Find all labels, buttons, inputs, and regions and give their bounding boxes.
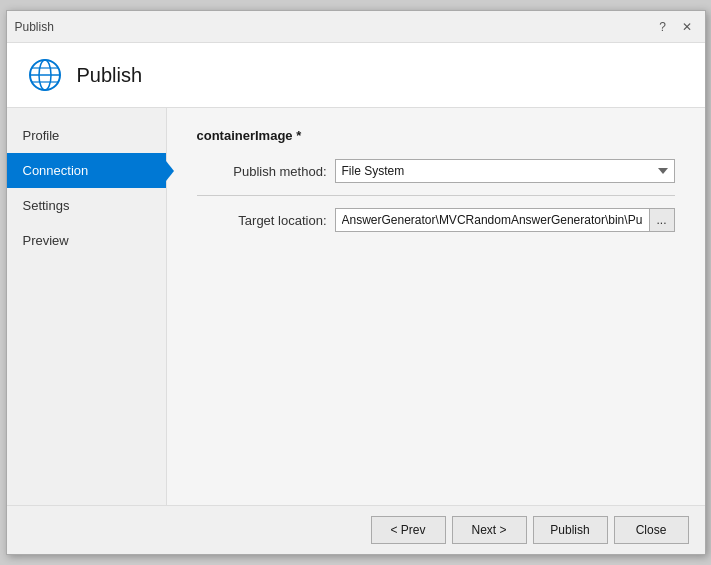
title-bar-text: Publish [15,20,653,34]
footer: < Prev Next > Publish Close [7,505,705,554]
publish-method-label: Publish method: [197,164,327,179]
publish-method-row: Publish method: File System FTP Web Depl… [197,159,675,183]
section-title: containerImage * [197,128,675,143]
close-button-footer[interactable]: Close [614,516,689,544]
form-separator [197,195,675,196]
sidebar: Profile Connection Settings Preview [7,108,167,505]
title-bar-controls: ? ✕ [653,17,697,37]
publish-button[interactable]: Publish [533,516,608,544]
sidebar-item-settings[interactable]: Settings [7,188,166,223]
sidebar-item-profile[interactable]: Profile [7,118,166,153]
next-button[interactable]: Next > [452,516,527,544]
sidebar-item-connection[interactable]: Connection [7,153,166,188]
close-button[interactable]: ✕ [677,17,697,37]
browse-button[interactable]: ... [649,208,675,232]
globe-icon [27,57,63,93]
target-location-label: Target location: [197,213,327,228]
main-content: containerImage * Publish method: File Sy… [167,108,705,505]
target-location-row: Target location: ... [197,208,675,232]
publish-window: Publish ? ✕ Publish Profile Connection S… [6,10,706,555]
content-area: Profile Connection Settings Preview cont… [7,108,705,505]
target-location-input-group: ... [335,208,675,232]
title-bar: Publish ? ✕ [7,11,705,43]
header-title: Publish [77,64,143,87]
header-area: Publish [7,43,705,108]
target-location-input[interactable] [335,208,649,232]
sidebar-item-preview[interactable]: Preview [7,223,166,258]
publish-method-select[interactable]: File System FTP Web Deploy Web Deploy Pa… [335,159,675,183]
prev-button[interactable]: < Prev [371,516,446,544]
help-button[interactable]: ? [653,17,673,37]
